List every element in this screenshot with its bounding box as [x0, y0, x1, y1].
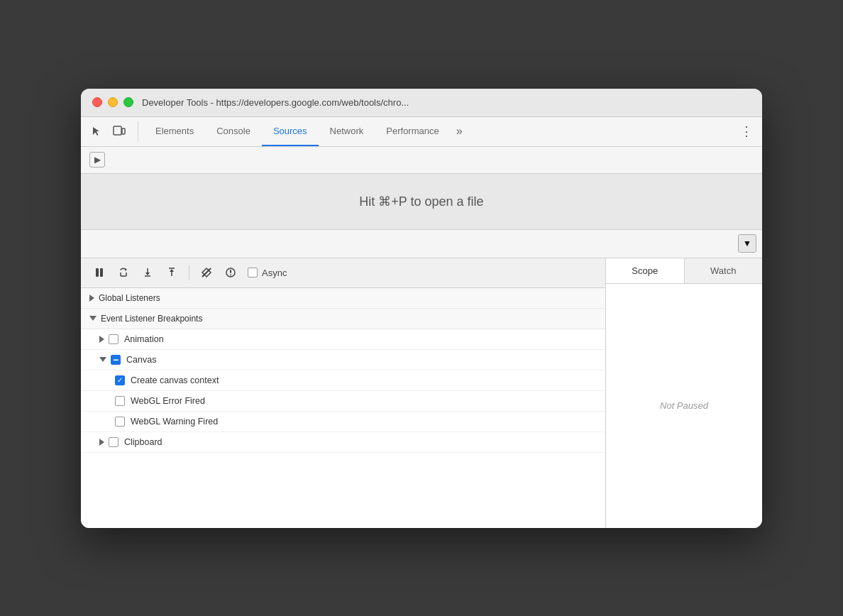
tab-network[interactable]: Network	[319, 117, 375, 146]
tabs: Elements Console Sources Network Perform…	[144, 117, 737, 146]
dropdown-area: ▼	[81, 230, 762, 258]
clipboard-checkbox[interactable]	[109, 437, 119, 447]
scope-watch-tabs: Scope Watch	[606, 258, 762, 284]
svg-rect-3	[100, 268, 103, 277]
animation-expand-arrow	[99, 336, 104, 343]
traffic-lights	[92, 97, 133, 107]
animation-checkbox[interactable]	[109, 334, 119, 344]
minimize-button[interactable]	[108, 97, 118, 107]
bottom-panel: Async Global Listeners Event Listener Br…	[81, 258, 762, 528]
webgl-warning-fired-item[interactable]: WebGL Warning Fired	[81, 412, 605, 432]
webgl-error-checkbox[interactable]	[115, 396, 125, 406]
clipboard-label: Clipboard	[124, 437, 162, 447]
tab-elements[interactable]: Elements	[144, 117, 205, 146]
async-label: Async	[262, 268, 287, 278]
device-icon[interactable]	[109, 121, 129, 141]
svg-rect-1	[122, 128, 125, 134]
clipboard-item[interactable]: Clipboard	[81, 432, 605, 453]
sub-bar: ▶	[81, 147, 762, 174]
tab-sources[interactable]: Sources	[262, 117, 319, 146]
devtools-window: Developer Tools - https://developers.goo…	[81, 89, 762, 528]
clipboard-expand-arrow	[99, 439, 104, 446]
canvas-expand-arrow	[99, 357, 106, 362]
deactivate-breakpoints-button[interactable]	[197, 263, 216, 282]
tab-bar: Elements Console Sources Network Perform…	[81, 117, 762, 147]
cursor-icon[interactable]	[87, 121, 106, 141]
not-paused-text: Not Paused	[660, 400, 708, 411]
open-file-hint: Hit ⌘+P to open a file	[81, 174, 762, 230]
toolbar-icons	[87, 121, 138, 141]
global-listeners-header[interactable]: Global Listeners	[81, 288, 605, 309]
scope-tab[interactable]: Scope	[606, 258, 685, 283]
webgl-warning-checkbox[interactable]	[115, 417, 125, 427]
create-canvas-context-checkbox[interactable]: ✓	[115, 375, 125, 385]
svg-rect-14	[230, 275, 231, 276]
tab-menu-button[interactable]: ⋮	[737, 121, 756, 141]
tab-console[interactable]: Console	[205, 117, 262, 146]
toolbar-separator-1	[189, 265, 189, 280]
svg-line-11	[202, 268, 211, 277]
animation-label: Animation	[124, 334, 164, 344]
canvas-label: Canvas	[126, 355, 156, 365]
close-button[interactable]	[92, 97, 102, 107]
step-over-button[interactable]	[114, 263, 133, 282]
async-checkbox[interactable]	[248, 268, 258, 277]
canvas-item[interactable]: − Canvas	[81, 350, 605, 370]
watch-tab[interactable]: Watch	[685, 258, 763, 283]
webgl-error-fired-item[interactable]: WebGL Error Fired	[81, 391, 605, 412]
canvas-checkbox[interactable]: −	[111, 355, 121, 365]
window-title: Developer Tools - https://developers.goo…	[142, 97, 409, 108]
expand-panel-button[interactable]: ▶	[89, 152, 105, 167]
webgl-error-label: WebGL Error Fired	[131, 396, 205, 406]
expand-arrow-event	[89, 316, 97, 321]
tab-more-button[interactable]: »	[451, 117, 468, 146]
global-listeners-label: Global Listeners	[99, 293, 160, 303]
left-panel: Async Global Listeners Event Listener Br…	[81, 258, 606, 528]
animation-item[interactable]: Animation	[81, 329, 605, 350]
tab-performance[interactable]: Performance	[375, 117, 450, 146]
async-area: Async	[248, 268, 287, 278]
step-into-button[interactable]	[138, 263, 158, 282]
step-out-button[interactable]	[162, 263, 182, 282]
create-canvas-context-label: Create canvas context	[131, 375, 219, 385]
svg-rect-2	[96, 268, 99, 277]
svg-rect-0	[114, 126, 121, 135]
create-canvas-context-item[interactable]: ✓ Create canvas context	[81, 370, 605, 391]
open-file-text: Hit ⌘+P to open a file	[359, 194, 483, 209]
scope-content: Not Paused	[606, 284, 762, 528]
maximize-button[interactable]	[123, 97, 133, 107]
svg-rect-13	[230, 270, 231, 273]
right-panel: Scope Watch Not Paused	[606, 258, 762, 528]
pause-button[interactable]	[89, 263, 109, 282]
dropdown-button[interactable]: ▼	[738, 234, 756, 253]
title-bar: Developer Tools - https://developers.goo…	[81, 89, 762, 117]
webgl-warning-label: WebGL Warning Fired	[131, 417, 218, 427]
event-listener-label: Event Listener Breakpoints	[101, 314, 202, 324]
expand-icon: ▶	[94, 155, 101, 165]
debug-toolbar: Async	[81, 258, 605, 288]
breakpoints-list: Global Listeners Event Listener Breakpoi…	[81, 288, 605, 528]
pause-on-exceptions-button[interactable]	[221, 263, 241, 282]
expand-arrow-global	[89, 295, 94, 302]
event-listener-header[interactable]: Event Listener Breakpoints	[81, 309, 605, 329]
